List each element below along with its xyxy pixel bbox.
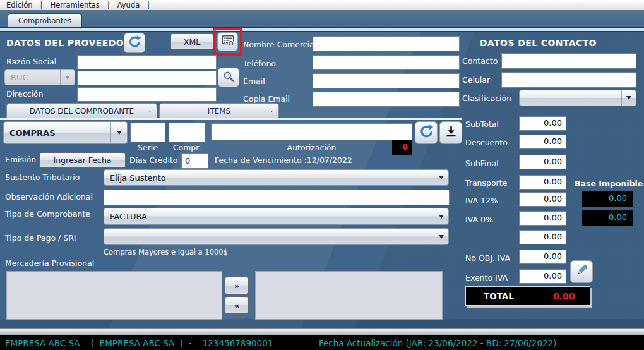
compr-label: Compr. [163, 143, 211, 152]
direccion-input[interactable] [77, 87, 217, 102]
observacion-label: Observación Adicional [5, 192, 93, 202]
subfinal-label: SubFinal [465, 159, 499, 168]
descuento-field[interactable]: 0.00 [519, 135, 566, 149]
bottom-grip-strip [0, 328, 644, 335]
search-proveedor-button[interactable] [218, 68, 239, 87]
iva12-field[interactable]: 0.00 [519, 192, 566, 207]
sustento-select[interactable]: Elija Sustento [104, 169, 449, 186]
telefono-input[interactable] [313, 55, 460, 70]
panel-bottom-shade [0, 319, 644, 328]
clasificacion-select[interactable]: - [519, 90, 636, 106]
contacto-section-title: DATOS DEL CONTACTO [480, 38, 597, 48]
direccion-label: Dirección [6, 89, 43, 99]
serie-input[interactable] [130, 123, 165, 142]
chevron-down-icon [110, 122, 127, 143]
telefono-label: Teléfono [243, 59, 276, 68]
app-window: Edición | Herramientas | Ayuda | Comprob… [0, 0, 644, 350]
tipo-comprobante-select[interactable]: FACTURA [104, 208, 449, 225]
guion-field[interactable]: 0.00 [519, 230, 566, 244]
iva0-label: IVA 0% [465, 215, 493, 224]
pencil-icon [574, 263, 589, 281]
ruc-type-select[interactable]: RUC [4, 69, 75, 85]
compr-input[interactable] [169, 123, 205, 142]
search-icon [222, 70, 235, 85]
celular-input[interactable] [501, 72, 636, 88]
autorizacion-input[interactable] [211, 123, 412, 140]
iva12-label: IVA 12% [465, 196, 498, 205]
menu-item-ayuda[interactable]: Ayuda [117, 1, 140, 9]
contacto-input[interactable] [501, 53, 636, 69]
add-record-icon [221, 33, 235, 50]
chevron-down-icon [434, 208, 448, 224]
tab-dot: . [270, 105, 273, 114]
clasificacion-value: - [520, 90, 621, 106]
contacto-label: Contacto [462, 56, 498, 66]
status-empresa: EMPRESA ABC SA ( EMPRESA ABC SA ) - 1234… [5, 338, 273, 348]
menubar: Edición | Herramientas | Ayuda | [0, 0, 644, 10]
copia-email-input[interactable] [313, 92, 460, 107]
move-left-button[interactable]: « [225, 296, 249, 314]
email-label: Email [243, 76, 265, 86]
exento-iva-field[interactable]: 0.00 [519, 269, 566, 284]
chevron-down-icon [60, 70, 75, 85]
mercaderia-available-list[interactable] [6, 271, 222, 320]
subtotal-field[interactable]: 0.00 [519, 116, 566, 131]
total-label: TOTAL [484, 291, 514, 301]
menu-separator: | [40, 1, 43, 9]
add-record-highlight-box [213, 28, 242, 56]
autorizacion-label: Autorización [211, 143, 412, 152]
email-input[interactable] [313, 73, 460, 88]
observacion-input[interactable] [104, 190, 450, 205]
refresh-comprobante-button[interactable] [415, 121, 438, 144]
exento-iva-label: Exento IVA [465, 273, 508, 282]
refresh-icon [419, 124, 434, 142]
tab-datos-comprobante[interactable]: DATOS DEL COMPROBANTE . [6, 103, 157, 118]
fecha-vencimiento-label: Fecha de Vencimiento :12/07/2022 [215, 155, 352, 165]
subtotal-label: SubTotal [465, 119, 499, 129]
nombre-comercial-input[interactable] [313, 36, 460, 51]
subfinal-field[interactable]: 0.00 [519, 155, 566, 169]
menu-separator: | [107, 1, 110, 9]
menu-item-herramientas[interactable]: Herramientas [50, 1, 99, 9]
no-obj-iva-label: No OBJ. IVA [465, 253, 510, 263]
tab-dot: . [148, 105, 151, 114]
sustento-label: Sustento Tributario [5, 172, 80, 182]
proveedor-section-title: DATOS DEL PROVEEDOR [6, 38, 131, 48]
base-imponible-label: Base Imponible [575, 179, 643, 188]
panel-top-divider [0, 27, 644, 32]
pending-count-badge: 0 [392, 140, 412, 155]
transaction-type-select[interactable]: COMPRAS [3, 121, 128, 144]
no-obj-iva-field[interactable]: 0.00 [519, 250, 566, 264]
chevron-down-icon [434, 229, 448, 244]
iva0-field[interactable]: 0.00 [519, 211, 566, 226]
tab-comprobantes[interactable]: Comprobantes [8, 13, 82, 27]
mercaderia-selected-list[interactable] [255, 271, 443, 320]
xml-button[interactable]: XML [170, 33, 213, 50]
sustento-value: Elija Sustento [104, 170, 434, 185]
tipo-pago-value [104, 229, 434, 244]
celular-label: Celular [462, 75, 490, 85]
move-right-button[interactable]: » [225, 277, 249, 294]
tipo-pago-select[interactable] [104, 228, 449, 245]
refresh-proveedor-button[interactable] [124, 33, 145, 53]
tipo-pago-note: Compras Mayores e Igual a 1000$ [104, 248, 228, 256]
razon-social-input[interactable] [77, 55, 217, 69]
ruc-input[interactable] [77, 71, 217, 85]
download-icon [444, 125, 458, 141]
clasificacion-label: Clasificación [462, 94, 511, 103]
tipo-comprobante-label: Tipo de Comprobante [5, 209, 90, 219]
menu-item-edicion[interactable]: Edición [6, 1, 33, 9]
tab-items[interactable]: ITEMS . [159, 103, 279, 118]
copia-email-label: Copia Email [243, 94, 290, 104]
mercaderia-label: Mercadería Provisional [5, 258, 94, 268]
ruc-type-value: RUC [5, 70, 60, 85]
transporte-field[interactable]: 0.00 [519, 175, 566, 190]
dias-credito-input[interactable] [181, 153, 208, 169]
base-iva12-display: 0.00 [582, 191, 633, 207]
add-record-button[interactable] [217, 32, 238, 51]
tipo-comprobante-value: FACTURA [104, 208, 434, 224]
dias-credito-label: Días Crédito [129, 155, 177, 165]
download-comprobante-button[interactable] [439, 121, 462, 144]
edit-totals-button[interactable] [570, 260, 593, 283]
ingresar-fecha-button[interactable]: Ingresar Fecha [39, 152, 126, 168]
